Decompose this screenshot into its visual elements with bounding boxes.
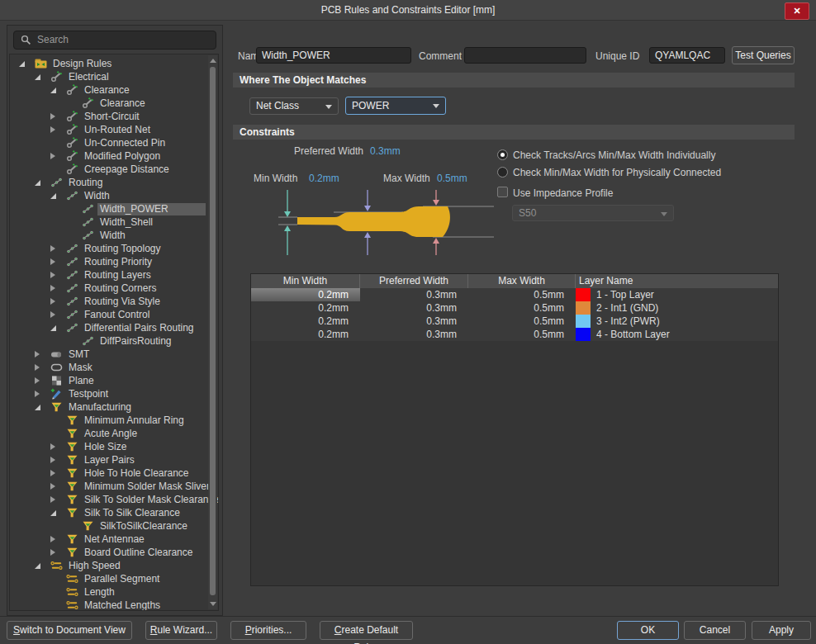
expand-icon[interactable] xyxy=(33,391,41,397)
tree-item-un-routed-net[interactable]: Un-Routed Net xyxy=(10,123,207,136)
expand-icon[interactable] xyxy=(49,536,57,542)
tree-item-width[interactable]: Width xyxy=(10,229,207,242)
scroll-down-icon[interactable] xyxy=(210,602,216,606)
tree-item-routing-topology[interactable]: Routing Topology xyxy=(10,242,207,255)
check-individually-radio[interactable] xyxy=(497,149,508,160)
tree-item-electrical[interactable]: Electrical xyxy=(10,70,207,83)
tree-item-parallel-segment[interactable]: Parallel Segment xyxy=(10,572,207,585)
tree-item-smt[interactable]: SMT xyxy=(10,348,207,361)
expand-icon[interactable] xyxy=(49,470,57,476)
expand-icon[interactable] xyxy=(49,311,57,318)
collapse-icon[interactable] xyxy=(49,193,57,199)
net-class-dropdown[interactable]: POWER xyxy=(345,97,446,115)
max-width-cell[interactable]: 0.5mm xyxy=(468,288,576,301)
tree-item-board-outline-clearance[interactable]: Board Outline Clearance xyxy=(10,546,207,559)
preferred-width-cell[interactable]: 0.3mm xyxy=(360,328,468,341)
expand-icon[interactable] xyxy=(49,113,57,120)
preferred-width-value[interactable]: 0.3mm xyxy=(370,145,401,157)
expand-icon[interactable] xyxy=(49,126,57,133)
preferred-width-cell[interactable]: 0.3mm xyxy=(360,315,468,328)
tree-item-diffpairsrouting[interactable]: DiffPairsRouting xyxy=(10,334,207,348)
preferred-width-cell[interactable]: 0.3mm xyxy=(360,301,468,315)
expand-icon[interactable] xyxy=(49,258,57,265)
table-row[interactable]: 0.2mm0.3mm0.5mm4 - Bottom Layer xyxy=(251,328,778,341)
search-input[interactable]: Search xyxy=(13,31,216,50)
expand-icon[interactable] xyxy=(49,153,57,159)
name-field[interactable] xyxy=(256,47,411,64)
tree-item-routing-priority[interactable]: Routing Priority xyxy=(10,255,207,268)
tree-item-width[interactable]: Width xyxy=(10,189,207,202)
comment-field[interactable] xyxy=(464,47,586,64)
collapse-icon[interactable] xyxy=(33,74,41,80)
expand-icon[interactable] xyxy=(49,245,57,252)
tree-item-fanout-control[interactable]: Fanout Control xyxy=(10,308,207,321)
min-width-cell[interactable]: 0.2mm xyxy=(251,301,360,315)
collapse-icon[interactable] xyxy=(49,88,57,93)
tree-item-creepage-distance[interactable]: Creepage Distance xyxy=(10,163,207,176)
expand-icon[interactable] xyxy=(33,377,41,384)
expand-icon[interactable] xyxy=(49,443,57,450)
expand-icon[interactable] xyxy=(33,351,41,358)
column-header-min-width[interactable]: Min Width xyxy=(251,274,360,288)
tree-item-manufacturing[interactable]: Manufacturing xyxy=(10,400,207,414)
collapse-icon[interactable] xyxy=(17,61,26,67)
max-width-cell[interactable]: 0.5mm xyxy=(468,301,576,315)
max-width-value[interactable]: 0.5mm xyxy=(437,173,467,184)
tree-item-length[interactable]: Length xyxy=(10,585,207,599)
layer-name-cell[interactable]: 1 - Top Layer xyxy=(576,288,778,301)
tree-item-layer-pairs[interactable]: Layer Pairs xyxy=(10,453,207,466)
collapse-icon[interactable] xyxy=(33,405,41,410)
scroll-up-icon[interactable] xyxy=(210,59,216,63)
rule-wizard-button[interactable]: Rule Wizard... xyxy=(145,621,217,640)
tree-item-plane[interactable]: Plane xyxy=(10,374,207,387)
tree-item-routing-layers[interactable]: Routing Layers xyxy=(10,268,207,282)
tree-item-routing[interactable]: Routing xyxy=(10,176,207,189)
preferred-width-cell[interactable]: 0.3mm xyxy=(360,288,468,301)
tree-item-width-power[interactable]: Width_POWER xyxy=(10,202,207,215)
create-default-rules-button[interactable]: Create Default Rules xyxy=(320,621,413,640)
min-width-cell[interactable]: 0.2mm xyxy=(251,315,360,328)
tree-item-silk-to-silk-clearance[interactable]: Silk To Silk Clearance xyxy=(10,506,207,519)
expand-icon[interactable] xyxy=(49,496,57,503)
use-impedance-profile-checkbox[interactable] xyxy=(497,187,508,197)
collapse-icon[interactable] xyxy=(49,325,57,331)
max-width-cell[interactable]: 0.5mm xyxy=(468,315,576,328)
tree-item-routing-corners[interactable]: Routing Corners xyxy=(10,282,207,295)
layer-name-cell[interactable]: 4 - Bottom Layer xyxy=(576,328,778,341)
tree-item-differential-pairs-routing[interactable]: Differential Pairs Routing xyxy=(10,321,207,334)
expand-icon[interactable] xyxy=(49,457,57,463)
collapse-icon[interactable] xyxy=(49,510,57,516)
tree-scrollbar[interactable] xyxy=(208,55,217,609)
tree-item-mask[interactable]: Mask xyxy=(10,361,207,374)
switch-to-document-view-button[interactable]: Switch to Document View xyxy=(7,621,132,640)
expand-icon[interactable] xyxy=(49,285,57,291)
tree-item-modified-polygon[interactable]: Modified Polygon xyxy=(10,149,207,163)
expand-icon[interactable] xyxy=(33,364,41,371)
tree-item-routing-via-style[interactable]: Routing Via Style xyxy=(10,295,207,308)
tree-item-minimum-annular-ring[interactable]: Minimum Annular Ring xyxy=(10,414,207,427)
scrollbar-thumb[interactable] xyxy=(210,67,216,595)
tree-item-matched-lengths[interactable]: Matched Lengths xyxy=(10,599,207,611)
min-width-value[interactable]: 0.2mm xyxy=(309,173,339,184)
expand-icon[interactable] xyxy=(49,298,57,305)
table-row[interactable]: 0.2mm0.3mm0.5mm2 - Int1 (GND) xyxy=(251,301,778,315)
tree-item-net-antennae[interactable]: Net Antennae xyxy=(10,533,207,546)
tree-item-clearance[interactable]: Clearance xyxy=(10,97,207,110)
tree-item-un-connected-pin[interactable]: Un-Connected Pin xyxy=(10,136,207,149)
layer-name-cell[interactable]: 3 - Int2 (PWR) xyxy=(576,315,778,328)
column-header-max-width[interactable]: Max Width xyxy=(468,274,576,288)
tree-item-hole-to-hole-clearance[interactable]: Hole To Hole Clearance xyxy=(10,466,207,480)
expand-icon[interactable] xyxy=(49,272,57,278)
check-physically-connected-radio[interactable] xyxy=(497,167,508,178)
expand-icon[interactable] xyxy=(49,549,57,556)
tree-item-short-circuit[interactable]: Short-Circuit xyxy=(10,110,207,123)
tree-item-design-rules[interactable]: Design Rules xyxy=(10,57,207,70)
cancel-button[interactable]: Cancel xyxy=(684,621,746,640)
test-queries-button[interactable]: Test Queries xyxy=(732,46,795,64)
tree-item-hole-size[interactable]: Hole Size xyxy=(10,440,207,453)
layer-name-cell[interactable]: 2 - Int1 (GND) xyxy=(576,301,778,315)
scope-dropdown[interactable]: Net Class xyxy=(249,97,339,115)
tree-item-silktosilkclearance[interactable]: SilkToSilkClearance xyxy=(10,519,207,533)
ok-button[interactable]: OK xyxy=(617,621,679,640)
tree-item-clearance[interactable]: Clearance xyxy=(10,83,207,97)
